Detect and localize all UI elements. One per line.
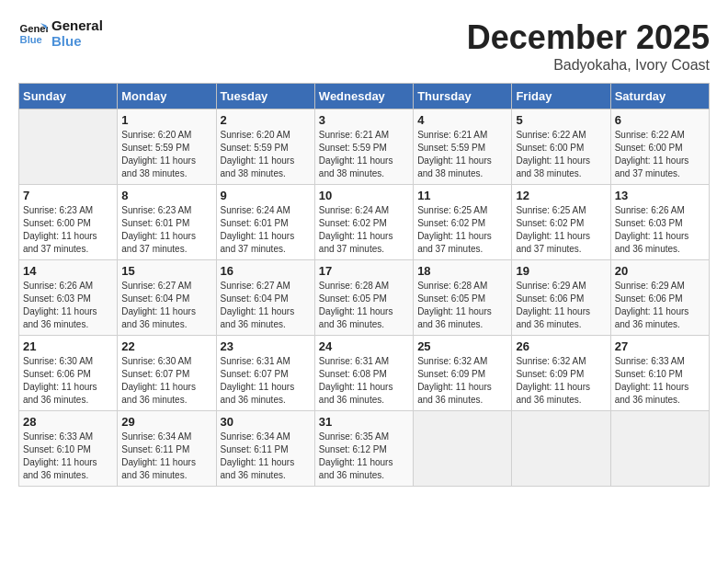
month-title: December 2025	[467, 18, 710, 57]
day-info: Sunrise: 6:26 AMSunset: 6:03 PMDaylight:…	[615, 204, 705, 256]
weekday-header: Friday	[512, 84, 610, 109]
calendar-cell: 14Sunrise: 6:26 AMSunset: 6:03 PMDayligh…	[19, 260, 118, 336]
day-number: 28	[23, 415, 113, 429]
day-info: Sunrise: 6:24 AMSunset: 6:01 PMDaylight:…	[221, 204, 311, 256]
calendar-cell	[512, 411, 610, 487]
calendar-cell: 11Sunrise: 6:25 AMSunset: 6:02 PMDayligh…	[414, 185, 512, 260]
weekday-header: Sunday	[19, 84, 118, 109]
calendar-cell: 25Sunrise: 6:32 AMSunset: 6:09 PMDayligh…	[414, 336, 512, 411]
calendar-cell: 10Sunrise: 6:24 AMSunset: 6:02 PMDayligh…	[314, 185, 413, 260]
calendar-cell: 2Sunrise: 6:20 AMSunset: 5:59 PMDaylight…	[216, 109, 314, 185]
day-number: 23	[221, 339, 311, 353]
day-info: Sunrise: 6:28 AMSunset: 6:05 PMDaylight:…	[417, 280, 507, 331]
calendar-week-row: 14Sunrise: 6:26 AMSunset: 6:03 PMDayligh…	[19, 260, 710, 336]
day-number: 24	[319, 339, 409, 353]
day-number: 19	[516, 264, 606, 278]
day-number: 6	[615, 113, 705, 127]
day-info: Sunrise: 6:29 AMSunset: 6:06 PMDaylight:…	[516, 280, 606, 331]
day-number: 2	[221, 113, 311, 127]
calendar-cell: 21Sunrise: 6:30 AMSunset: 6:06 PMDayligh…	[19, 336, 118, 411]
calendar-cell: 20Sunrise: 6:29 AMSunset: 6:06 PMDayligh…	[610, 260, 709, 336]
day-number: 14	[23, 264, 113, 278]
day-info: Sunrise: 6:27 AMSunset: 6:04 PMDaylight:…	[121, 280, 211, 331]
calendar-cell: 17Sunrise: 6:28 AMSunset: 6:05 PMDayligh…	[314, 260, 413, 336]
day-number: 9	[221, 189, 311, 202]
calendar-cell: 4Sunrise: 6:21 AMSunset: 5:59 PMDaylight…	[414, 109, 512, 185]
logo-icon: General Blue	[18, 19, 48, 49]
day-info: Sunrise: 6:32 AMSunset: 6:09 PMDaylight:…	[417, 355, 507, 407]
calendar-cell: 1Sunrise: 6:20 AMSunset: 5:59 PMDaylight…	[118, 109, 216, 185]
logo-blue: Blue	[51, 34, 103, 50]
calendar-table: SundayMondayTuesdayWednesdayThursdayFrid…	[18, 83, 710, 487]
calendar-cell: 6Sunrise: 6:22 AMSunset: 6:00 PMDaylight…	[610, 109, 709, 185]
calendar-cell	[610, 411, 709, 487]
calendar-week-row: 28Sunrise: 6:33 AMSunset: 6:10 PMDayligh…	[19, 411, 710, 487]
day-info: Sunrise: 6:34 AMSunset: 6:11 PMDaylight:…	[221, 431, 311, 482]
day-info: Sunrise: 6:22 AMSunset: 6:00 PMDaylight:…	[516, 129, 606, 180]
day-info: Sunrise: 6:22 AMSunset: 6:00 PMDaylight:…	[615, 129, 705, 180]
day-number: 15	[121, 264, 211, 278]
day-number: 7	[23, 189, 113, 202]
day-info: Sunrise: 6:25 AMSunset: 6:02 PMDaylight:…	[516, 204, 606, 256]
logo-general: General	[51, 18, 103, 34]
calendar-cell: 23Sunrise: 6:31 AMSunset: 6:07 PMDayligh…	[216, 336, 314, 411]
day-number: 31	[319, 415, 409, 429]
day-number: 26	[516, 339, 606, 353]
day-number: 30	[221, 415, 311, 429]
day-info: Sunrise: 6:32 AMSunset: 6:09 PMDaylight:…	[516, 355, 606, 407]
calendar-cell: 24Sunrise: 6:31 AMSunset: 6:08 PMDayligh…	[314, 336, 413, 411]
day-number: 18	[417, 264, 507, 278]
weekday-header: Tuesday	[216, 84, 314, 109]
day-number: 21	[23, 339, 113, 353]
day-info: Sunrise: 6:21 AMSunset: 5:59 PMDaylight:…	[417, 129, 507, 180]
day-info: Sunrise: 6:25 AMSunset: 6:02 PMDaylight:…	[417, 204, 507, 256]
weekday-header: Saturday	[610, 84, 709, 109]
day-number: 29	[121, 415, 211, 429]
calendar-cell: 30Sunrise: 6:34 AMSunset: 6:11 PMDayligh…	[216, 411, 314, 487]
day-info: Sunrise: 6:20 AMSunset: 5:59 PMDaylight:…	[121, 129, 211, 180]
day-number: 3	[319, 113, 409, 127]
day-number: 16	[221, 264, 311, 278]
title-area: December 2025 Badyokaha, Ivory Coast	[467, 18, 710, 74]
day-number: 13	[615, 189, 705, 202]
logo: General Blue General Blue	[18, 18, 103, 49]
day-info: Sunrise: 6:24 AMSunset: 6:02 PMDaylight:…	[319, 204, 409, 256]
day-info: Sunrise: 6:26 AMSunset: 6:03 PMDaylight:…	[23, 280, 113, 331]
day-number: 1	[121, 113, 211, 127]
svg-text:Blue: Blue	[20, 33, 42, 44]
calendar-week-row: 21Sunrise: 6:30 AMSunset: 6:06 PMDayligh…	[19, 336, 710, 411]
calendar-cell: 29Sunrise: 6:34 AMSunset: 6:11 PMDayligh…	[118, 411, 216, 487]
calendar-cell: 13Sunrise: 6:26 AMSunset: 6:03 PMDayligh…	[610, 185, 709, 260]
day-number: 22	[121, 339, 211, 353]
day-info: Sunrise: 6:29 AMSunset: 6:06 PMDaylight:…	[615, 280, 705, 331]
day-info: Sunrise: 6:30 AMSunset: 6:07 PMDaylight:…	[121, 355, 211, 407]
calendar-week-row: 1Sunrise: 6:20 AMSunset: 5:59 PMDaylight…	[19, 109, 710, 185]
calendar-cell: 9Sunrise: 6:24 AMSunset: 6:01 PMDaylight…	[216, 185, 314, 260]
day-info: Sunrise: 6:23 AMSunset: 6:01 PMDaylight:…	[121, 204, 211, 256]
day-info: Sunrise: 6:30 AMSunset: 6:06 PMDaylight:…	[23, 355, 113, 407]
day-number: 12	[516, 189, 606, 202]
calendar-cell: 16Sunrise: 6:27 AMSunset: 6:04 PMDayligh…	[216, 260, 314, 336]
weekday-header: Wednesday	[314, 84, 413, 109]
calendar-cell: 5Sunrise: 6:22 AMSunset: 6:00 PMDaylight…	[512, 109, 610, 185]
day-info: Sunrise: 6:20 AMSunset: 5:59 PMDaylight:…	[221, 129, 311, 180]
day-number: 17	[319, 264, 409, 278]
day-number: 11	[417, 189, 507, 202]
calendar-cell	[19, 109, 118, 185]
day-number: 20	[615, 264, 705, 278]
day-info: Sunrise: 6:35 AMSunset: 6:12 PMDaylight:…	[319, 431, 409, 482]
day-info: Sunrise: 6:23 AMSunset: 6:00 PMDaylight:…	[23, 204, 113, 256]
day-info: Sunrise: 6:28 AMSunset: 6:05 PMDaylight:…	[319, 280, 409, 331]
day-info: Sunrise: 6:31 AMSunset: 6:08 PMDaylight:…	[319, 355, 409, 407]
calendar-cell: 22Sunrise: 6:30 AMSunset: 6:07 PMDayligh…	[118, 336, 216, 411]
calendar-cell: 7Sunrise: 6:23 AMSunset: 6:00 PMDaylight…	[19, 185, 118, 260]
calendar-cell: 8Sunrise: 6:23 AMSunset: 6:01 PMDaylight…	[118, 185, 216, 260]
calendar-cell: 28Sunrise: 6:33 AMSunset: 6:10 PMDayligh…	[19, 411, 118, 487]
calendar-cell: 19Sunrise: 6:29 AMSunset: 6:06 PMDayligh…	[512, 260, 610, 336]
day-number: 10	[319, 189, 409, 202]
calendar-cell: 31Sunrise: 6:35 AMSunset: 6:12 PMDayligh…	[314, 411, 413, 487]
day-info: Sunrise: 6:33 AMSunset: 6:10 PMDaylight:…	[23, 431, 113, 482]
calendar-week-row: 7Sunrise: 6:23 AMSunset: 6:00 PMDaylight…	[19, 185, 710, 260]
calendar-cell: 15Sunrise: 6:27 AMSunset: 6:04 PMDayligh…	[118, 260, 216, 336]
day-info: Sunrise: 6:33 AMSunset: 6:10 PMDaylight:…	[615, 355, 705, 407]
